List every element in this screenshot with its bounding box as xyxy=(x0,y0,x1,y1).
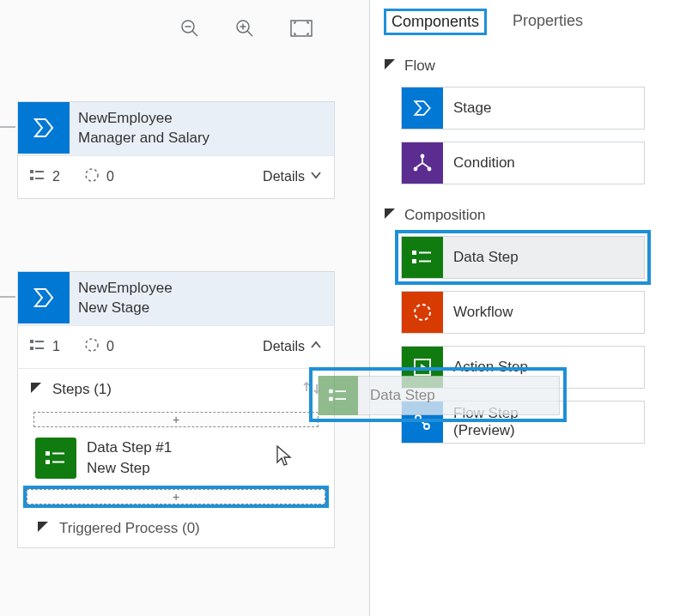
section-label: Composition xyxy=(404,207,486,224)
zoom-out-icon[interactable] xyxy=(180,19,199,38)
steps-count-icon xyxy=(30,338,46,355)
workflow-count-icon xyxy=(84,167,100,186)
stage-card[interactable]: NewEmployee New Stage 1 0 Details xyxy=(17,271,335,548)
triangle-down-icon xyxy=(37,520,49,537)
stage-steps-panel: Steps (1) + Data Step #1 New Step + xyxy=(18,368,334,547)
svg-line-1 xyxy=(192,31,197,36)
stage-icon xyxy=(18,102,70,154)
data-step-icon xyxy=(319,376,358,415)
svg-rect-18 xyxy=(46,451,50,456)
triangle-down-icon xyxy=(384,57,396,75)
panel-tabs: Components Properties xyxy=(384,9,678,35)
component-label: Stage xyxy=(443,100,491,117)
svg-rect-34 xyxy=(329,397,333,402)
svg-rect-19 xyxy=(46,460,50,464)
stage-header[interactable]: NewEmployee New Stage xyxy=(18,272,334,325)
component-workflow[interactable]: Workflow xyxy=(401,291,645,334)
stage-card[interactable]: NewEmployee Manager and Salary 2 0 Detai… xyxy=(17,101,335,199)
connector-line xyxy=(0,296,15,298)
step-dropzone-selected[interactable]: + xyxy=(27,489,325,504)
stage-title: NewEmployee xyxy=(78,279,173,299)
stage-title: NewEmployee xyxy=(78,109,209,129)
triangle-down-icon xyxy=(384,207,396,224)
stage-header[interactable]: NewEmployee Manager and Salary xyxy=(18,102,334,155)
data-step-icon xyxy=(35,438,76,479)
svg-rect-13 xyxy=(30,340,33,343)
section-label: Flow xyxy=(404,57,435,75)
triggered-process-label: Triggered Process (0) xyxy=(59,520,200,537)
svg-rect-8 xyxy=(30,170,33,173)
component-label: Action Step xyxy=(443,359,528,376)
plus-icon: + xyxy=(173,490,179,504)
svg-rect-9 xyxy=(30,177,33,180)
steps-heading: Steps (1) xyxy=(52,381,112,398)
workflow-icon xyxy=(402,292,443,333)
svg-point-17 xyxy=(86,339,98,351)
workflow-count-value: 0 xyxy=(106,169,114,184)
details-label: Details xyxy=(263,169,305,184)
zoom-in-icon[interactable] xyxy=(235,19,254,38)
data-step-subtitle: New Step xyxy=(87,458,172,479)
steps-count-value: 1 xyxy=(52,339,60,354)
section-composition[interactable]: Composition xyxy=(384,207,678,224)
details-label: Details xyxy=(263,339,305,354)
drag-ghost: Data Step xyxy=(318,376,560,415)
component-condition[interactable]: Condition xyxy=(401,142,645,184)
connector-line xyxy=(0,126,15,128)
triangle-down-icon[interactable] xyxy=(30,382,42,397)
svg-point-29 xyxy=(415,305,430,320)
workflow-count-icon xyxy=(84,337,100,356)
designer-canvas[interactable]: NewEmployee Manager and Salary 2 0 Detai… xyxy=(0,0,369,616)
svg-rect-14 xyxy=(30,347,33,350)
details-toggle[interactable]: Details xyxy=(263,339,322,354)
tab-properties[interactable]: Properties xyxy=(507,9,588,33)
fit-screen-icon[interactable] xyxy=(290,20,313,37)
stage-meta-row: 2 0 Details xyxy=(18,155,334,198)
svg-rect-25 xyxy=(412,251,416,255)
stage-subtitle: New Stage xyxy=(78,299,173,318)
canvas-zoom-toolbar xyxy=(180,19,313,38)
drag-ghost-label: Data Step xyxy=(358,387,435,404)
stage-icon xyxy=(402,88,443,129)
svg-line-4 xyxy=(247,31,252,36)
data-step-icon xyxy=(402,237,443,278)
triggered-process-row[interactable]: Triggered Process (0) xyxy=(30,508,322,539)
tab-components[interactable]: Components xyxy=(384,9,487,35)
steps-count-icon xyxy=(30,168,46,185)
workflow-count-value: 0 xyxy=(106,339,114,354)
step-dropzone[interactable]: + xyxy=(33,412,319,427)
chevron-up-icon xyxy=(310,339,322,354)
component-label: Data Step xyxy=(443,249,519,266)
section-flow[interactable]: Flow xyxy=(384,57,678,75)
details-toggle[interactable]: Details xyxy=(263,169,322,184)
condition-icon xyxy=(402,142,443,184)
data-step-item[interactable]: Data Step #1 New Step xyxy=(30,427,322,479)
component-stage[interactable]: Stage xyxy=(401,87,645,130)
components-panel: Components Properties Flow Stage Conditi… xyxy=(369,0,692,616)
svg-point-12 xyxy=(86,169,98,181)
plus-icon: + xyxy=(173,413,179,426)
component-label: Workflow xyxy=(443,304,513,321)
component-label: Condition xyxy=(443,154,515,172)
component-data-step[interactable]: Data Step xyxy=(401,236,645,279)
steps-count-value: 2 xyxy=(52,169,60,184)
stage-subtitle: Manager and Salary xyxy=(78,129,209,148)
stage-meta-row: 1 0 Details xyxy=(18,325,334,368)
data-step-title: Data Step #1 xyxy=(87,438,172,458)
chevron-down-icon xyxy=(310,169,322,184)
svg-point-22 xyxy=(421,154,425,159)
svg-rect-33 xyxy=(329,390,333,394)
stage-icon xyxy=(18,272,70,323)
svg-rect-26 xyxy=(412,259,416,263)
